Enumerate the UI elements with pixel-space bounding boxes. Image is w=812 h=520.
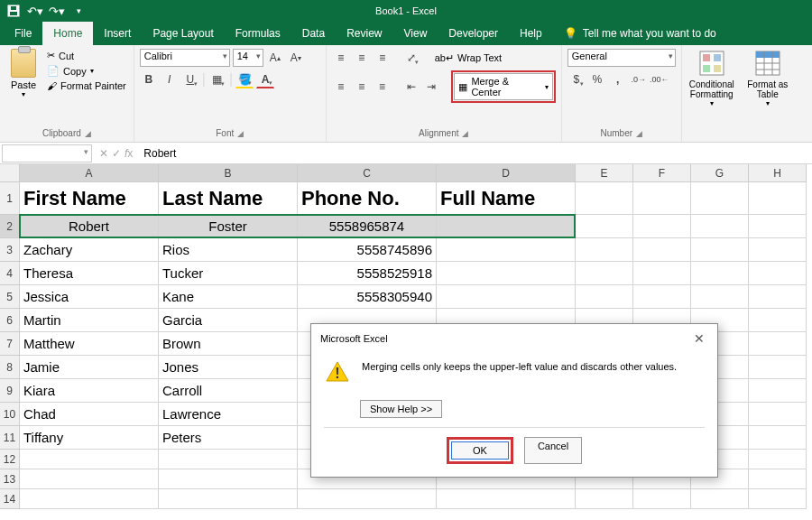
- cell[interactable]: [633, 285, 691, 309]
- cell[interactable]: Chad: [20, 403, 159, 426]
- decrease-font-icon[interactable]: A▾: [287, 49, 305, 67]
- cell[interactable]: [691, 215, 749, 238]
- tab-help[interactable]: Help: [509, 22, 553, 45]
- cell[interactable]: [159, 450, 298, 469]
- cell[interactable]: [576, 262, 633, 285]
- row-header[interactable]: 3: [0, 238, 20, 262]
- font-color-button[interactable]: A: [256, 70, 274, 88]
- cell[interactable]: Lawrence: [159, 403, 298, 426]
- fill-color-button[interactable]: 🪣: [235, 70, 254, 88]
- col-header-f[interactable]: F: [633, 164, 691, 182]
- cell[interactable]: [749, 309, 807, 332]
- col-header-h[interactable]: H: [749, 164, 807, 182]
- cell[interactable]: [749, 469, 807, 489]
- row-header[interactable]: 9: [0, 379, 20, 403]
- font-name-combo[interactable]: Calibri: [140, 49, 230, 67]
- cell[interactable]: Jamie: [20, 356, 159, 379]
- increase-decimal-icon[interactable]: .0→: [630, 70, 648, 88]
- cell[interactable]: [576, 215, 633, 238]
- cell[interactable]: 5558965874: [298, 215, 437, 238]
- tab-developer[interactable]: Developer: [438, 22, 509, 45]
- align-right-icon[interactable]: ≡: [374, 78, 392, 96]
- cell[interactable]: [20, 489, 159, 509]
- cell[interactable]: [749, 379, 807, 403]
- row-header[interactable]: 11: [0, 426, 20, 450]
- cell[interactable]: [159, 469, 298, 489]
- clipboard-launcher-icon[interactable]: ◢: [85, 129, 91, 138]
- cell[interactable]: [437, 262, 576, 285]
- cell[interactable]: [576, 489, 633, 509]
- col-header-b[interactable]: B: [159, 164, 298, 182]
- tab-data[interactable]: Data: [291, 22, 336, 45]
- cell[interactable]: [749, 238, 807, 262]
- cut-button[interactable]: ✂Cut: [45, 49, 128, 62]
- cell[interactable]: [691, 182, 749, 215]
- cell[interactable]: Brown: [159, 332, 298, 356]
- row-header[interactable]: 14: [0, 489, 20, 509]
- number-format-combo[interactable]: General: [567, 49, 676, 67]
- row-header[interactable]: 6: [0, 309, 20, 332]
- cell[interactable]: [20, 450, 159, 469]
- cell[interactable]: Kiara: [20, 379, 159, 403]
- undo-icon[interactable]: ↶▾: [27, 3, 43, 19]
- cell[interactable]: Jessica: [20, 285, 159, 309]
- cell[interactable]: [691, 262, 749, 285]
- cell[interactable]: Phone No.: [298, 182, 437, 215]
- cell[interactable]: [633, 262, 691, 285]
- redo-icon[interactable]: ↷▾: [49, 3, 65, 19]
- cell[interactable]: Kane: [159, 285, 298, 309]
- cell[interactable]: [437, 238, 576, 262]
- cell[interactable]: [298, 489, 437, 509]
- conditional-formatting-button[interactable]: Conditional Formatting▾: [687, 49, 736, 107]
- cell[interactable]: [633, 215, 691, 238]
- cell[interactable]: [437, 285, 576, 309]
- tab-file[interactable]: File: [4, 22, 42, 45]
- cell[interactable]: [749, 403, 807, 426]
- format-as-table-button[interactable]: Format as Table▾: [743, 49, 792, 107]
- font-launcher-icon[interactable]: ◢: [237, 129, 244, 138]
- cell[interactable]: Carroll: [159, 379, 298, 403]
- cell[interactable]: 5558745896: [298, 238, 437, 262]
- col-header-e[interactable]: E: [576, 164, 633, 182]
- format-painter-button[interactable]: 🖌Format Painter: [45, 79, 128, 92]
- qat-customize-icon[interactable]: ▾: [70, 3, 87, 19]
- cell[interactable]: [633, 489, 691, 509]
- fx-icon[interactable]: fx: [125, 147, 133, 160]
- cell[interactable]: 5558305940: [298, 285, 437, 309]
- cell[interactable]: [749, 489, 807, 509]
- tab-insert[interactable]: Insert: [93, 22, 142, 45]
- decrease-decimal-icon[interactable]: .00←: [651, 70, 669, 88]
- cell[interactable]: [749, 426, 807, 450]
- increase-indent-icon[interactable]: ⇥: [422, 78, 440, 96]
- row-header[interactable]: 12: [0, 450, 20, 469]
- cell[interactable]: Tiffany: [20, 426, 159, 450]
- cell[interactable]: Robert: [20, 215, 159, 238]
- tab-page-layout[interactable]: Page Layout: [142, 22, 224, 45]
- confirm-formula-icon[interactable]: ✓: [112, 147, 121, 160]
- cell[interactable]: Rios: [159, 238, 298, 262]
- increase-font-icon[interactable]: A▴: [266, 49, 284, 67]
- show-help-button[interactable]: Show Help >>: [360, 400, 442, 418]
- ok-button[interactable]: OK: [451, 441, 509, 460]
- percent-format-icon[interactable]: %: [588, 70, 606, 88]
- tab-view[interactable]: View: [393, 22, 438, 45]
- align-bottom-icon[interactable]: ≡: [374, 49, 392, 67]
- cell[interactable]: Garcia: [159, 309, 298, 332]
- bold-button[interactable]: B: [140, 70, 158, 88]
- align-left-icon[interactable]: ≡: [332, 78, 350, 96]
- tab-formulas[interactable]: Formulas: [225, 22, 291, 45]
- cell[interactable]: [20, 469, 159, 489]
- row-header[interactable]: 10: [0, 403, 20, 426]
- comma-format-icon[interactable]: ,: [609, 70, 627, 88]
- cell[interactable]: First Name: [20, 182, 159, 215]
- dialog-close-icon[interactable]: ✕: [690, 331, 708, 346]
- tab-home[interactable]: Home: [42, 22, 93, 45]
- row-header[interactable]: 1: [0, 182, 20, 215]
- cell[interactable]: Zachary: [20, 238, 159, 262]
- col-header-a[interactable]: A: [20, 164, 159, 182]
- cell[interactable]: Last Name: [159, 182, 298, 215]
- merge-center-button[interactable]: ▦ Merge & Center ▾: [454, 73, 552, 100]
- col-header-d[interactable]: D: [437, 164, 576, 182]
- cell[interactable]: [691, 285, 749, 309]
- select-all-corner[interactable]: [0, 164, 20, 182]
